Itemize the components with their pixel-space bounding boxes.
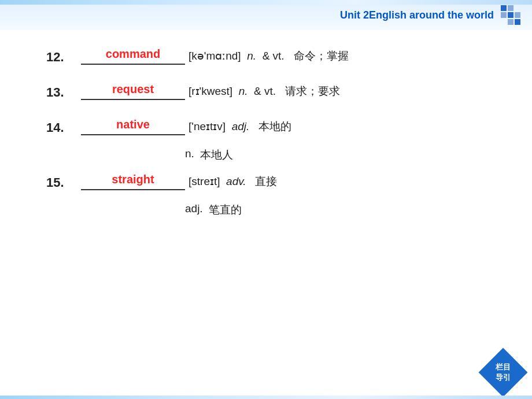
item-def-12: [kə'mɑːnd] n. & vt. 命令；掌握 (189, 47, 349, 65)
phonetic-13: [rɪ'kwest] (189, 85, 232, 97)
vocab-item-13: 13. request [rɪ'kwest] n. & vt. 请求；要求 (46, 83, 497, 102)
header-title: Unit 2English around the world (340, 9, 494, 21)
meaning-14: 本地的 (258, 120, 291, 132)
item-number-15: 15. (46, 173, 81, 192)
vocab-item-12: 12. command [kə'mɑːnd] n. & vt. 命令；掌握 (46, 47, 497, 66)
grid-cell-6 (515, 12, 520, 18)
grid-decoration (501, 5, 520, 25)
item-number-14: 14. (46, 118, 81, 137)
item-blank-13: request (81, 83, 185, 100)
grid-cell-8 (508, 19, 513, 25)
item-blank-15: straight (81, 173, 185, 190)
item-number-13: 13. (46, 83, 81, 102)
item-word-12: command (106, 45, 160, 62)
bottom-bar (0, 396, 532, 399)
item-def-15: [streɪt] adv. 直接 (189, 173, 277, 190)
pos-13: n. (239, 85, 248, 97)
sub-pos-14: n. (185, 147, 194, 162)
grid-cell-7 (501, 19, 507, 25)
item-number-12: 12. (46, 47, 81, 66)
item-word-13: request (112, 80, 154, 98)
item-blank-14: native (81, 118, 185, 135)
grid-cell-3 (515, 5, 520, 11)
amp-13: & vt. (254, 85, 276, 97)
vocab-item-15: 15. straight [streɪt] adv. 直接 (46, 173, 497, 192)
pos-12: n. (247, 50, 256, 62)
meaning-13: 请求；要求 (285, 85, 340, 97)
phonetic-15: [streɪt] (189, 175, 220, 187)
pos-15: adv. (226, 175, 246, 187)
item-def-13: [rɪ'kwest] n. & vt. 请求；要求 (189, 83, 340, 100)
amp-12: & vt. (263, 50, 285, 62)
sub-def-14: n. 本地人 (185, 147, 497, 162)
phonetic-12: [kə'mɑːnd] (189, 50, 241, 62)
sub-pos-15: adj. (185, 202, 203, 217)
meaning-12: 命令；掌握 (294, 50, 349, 62)
item-blank-12: command (81, 47, 185, 65)
grid-cell-9 (515, 19, 520, 25)
meaning-15: 直接 (255, 175, 277, 187)
phonetic-14: ['neɪtɪv] (189, 120, 226, 132)
sub-def-15: adj. 笔直的 (185, 202, 497, 217)
main-content: 12. command [kə'mɑːnd] n. & vt. 命令；掌握 13… (0, 30, 532, 399)
nav-label: 栏目导引 (496, 362, 511, 383)
sub-meaning-15: 笔直的 (209, 202, 242, 217)
item-word-14: native (116, 116, 150, 133)
top-bar (0, 0, 532, 5)
vocab-item-14: 14. native ['neɪtɪv] adj. 本地的 (46, 118, 497, 137)
item-def-14: ['neɪtɪv] adj. 本地的 (189, 118, 291, 135)
pos-14: adj. (232, 120, 250, 132)
sub-meaning-14: 本地人 (200, 147, 233, 162)
grid-cell-4 (501, 12, 507, 18)
grid-cell-1 (501, 5, 507, 11)
grid-cell-5 (508, 12, 513, 18)
item-word-15: straight (112, 171, 154, 188)
grid-cell-2 (508, 5, 513, 11)
